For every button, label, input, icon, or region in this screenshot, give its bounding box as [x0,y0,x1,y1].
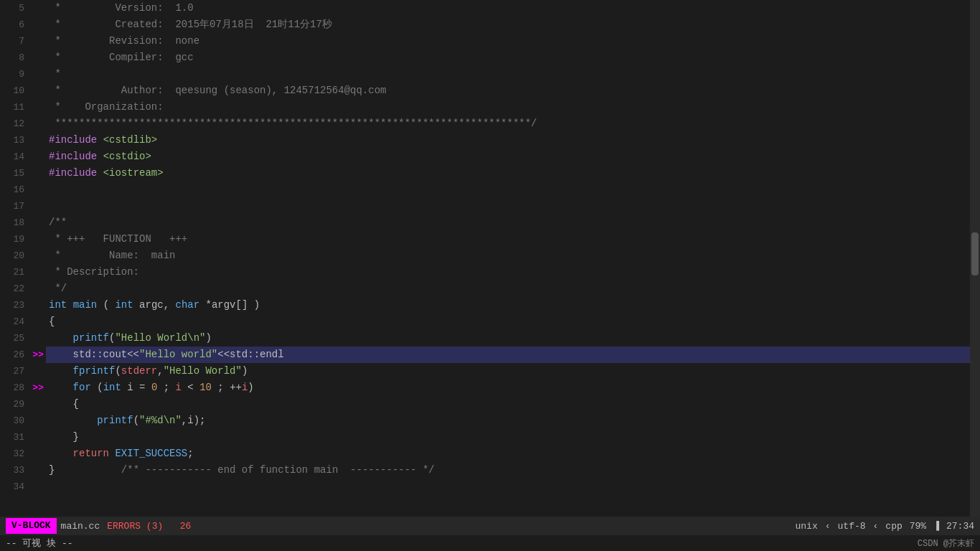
code-line-28: for (int i = 0 ; i < 10 ; ++i) [46,380,970,396]
code-line-22: */ [46,281,970,297]
status-bar: V-BLOCK main.cc ERRORS (3) 26 unix ‹ utf… [0,517,980,535]
code-line-30: printf("#%d\n",i); [46,413,970,429]
arrow-19 [30,231,46,248]
code-line-10: * Author: qeesung (season), 1245712564@q… [46,83,970,99]
arrow-27 [30,363,46,380]
arrow-18 [30,215,46,231]
arrow-5 [30,0,46,17]
line-num-34: 34 [0,479,24,495]
line-num-19: 19 [0,231,24,248]
status-right: unix ‹ utf-8 ‹ cpp 79% ▐ 27:34 [796,521,975,532]
line-num-23: 23 [0,297,24,314]
code-line-7: * Revision: none [46,33,970,50]
code-line-13: #include <cstdlib> [46,132,970,149]
cursor-position: 27:34 [946,521,974,532]
arrow-33 [30,462,46,479]
arrow-23 [30,297,46,314]
arrow-32 [30,446,46,462]
arrow-29 [30,396,46,413]
line-num-17: 17 [0,198,24,215]
code-line-16 [46,182,970,198]
arrow-12 [30,116,46,132]
arrow-11 [30,99,46,116]
code-line-8: * Compiler: gcc [46,50,970,66]
arrow-9 [30,66,46,83]
arrow-17 [30,198,46,215]
arrow-25 [30,330,46,347]
code-line-34 [46,479,970,495]
line-num-6: 6 [0,17,24,33]
code-line-6: * Created: 2015年07月18日 21时11分17秒 [46,17,970,33]
arrow-13 [30,132,46,149]
line-num-32: 32 [0,446,24,462]
code-line-19: * +++ FUNCTION +++ [46,231,970,248]
arrow-15 [30,165,46,182]
code-line-24: { [46,314,970,330]
scrollbar[interactable] [970,0,980,517]
arrow-8 [30,50,46,66]
arrow-30 [30,413,46,429]
branding-text: CSDN @芥末虾 [918,537,974,550]
arrow-34 [30,479,46,495]
code-line-14: #include <cstdio> [46,149,970,165]
code-line-20: * Name: main [46,248,970,264]
error-indicator: ERRORS (3) 26 [107,521,191,532]
code-line-17 [46,198,970,215]
filetype-chevron: ‹ [873,521,879,532]
line-num-9: 9 [0,66,24,83]
line-num-14: 14 [0,149,24,165]
arrow-26: >> [30,347,46,363]
code-line-15: #include <iostream> [46,165,970,182]
arrow-24 [30,314,46,330]
line-num-16: 16 [0,182,24,198]
arrow-28: >> [30,380,46,396]
line-num-30: 30 [0,413,24,429]
code-line-11: * Organization: [46,99,970,116]
editor-area: 5 6 7 8 9 10 11 12 13 14 15 16 17 18 19 … [0,0,980,517]
line-num-26: 26 [0,347,24,363]
arrow-16 [30,182,46,198]
line-num-20: 20 [0,248,24,264]
errors-label: ERRORS [107,521,141,532]
line-num-18: 18 [0,215,24,231]
arrow-gutter: >> >> [30,0,46,517]
line-num-22: 22 [0,281,24,297]
code-line-29: { [46,396,970,413]
encoding-chevron: ‹ [825,521,831,532]
arrow-22 [30,281,46,297]
line-num-24: 24 [0,314,24,330]
code-line-33: } /** ----------- end of function main -… [46,462,970,479]
code-line-25: printf("Hello World\n") [46,330,970,347]
line-num-28: 28 [0,380,24,396]
line-num-15: 15 [0,165,24,182]
line-num-11: 11 [0,99,24,116]
line-num-7: 7 [0,33,24,50]
errors-line: 26 [180,521,192,532]
errors-count: (3) [146,521,163,532]
code-line-5: * Version: 1.0 [46,0,970,17]
line-num-13: 13 [0,132,24,149]
code-line-27: fprintf(stderr,"Hello World") [46,363,970,380]
code-content[interactable]: * Version: 1.0 * Created: 2015年07月18日 21… [46,0,970,517]
code-line-12: ****************************************… [46,116,970,132]
code-line-21: * Description: [46,264,970,281]
line-num-21: 21 [0,264,24,281]
scrollbar-thumb[interactable] [971,232,979,276]
filetype: cpp [885,521,902,532]
code-line-26: std::cout<<"Hello world"<<std::endl [46,347,970,363]
line-num-31: 31 [0,429,24,446]
arrow-21 [30,264,46,281]
arrow-10 [30,83,46,99]
zoom-level: 79% [910,521,926,532]
line-num-5: 5 [0,0,24,17]
code-line-9: * [46,66,970,83]
mode-indicator: V-BLOCK [6,518,57,534]
scroll-icon: ▐ [933,521,939,532]
arrow-6 [30,17,46,33]
bottom-mode-text: -- 可视 块 -- [6,537,73,550]
line-number-gutter: 5 6 7 8 9 10 11 12 13 14 15 16 17 18 19 … [0,0,30,517]
file-name: main.cc [61,521,100,532]
line-num-29: 29 [0,396,24,413]
line-num-12: 12 [0,116,24,132]
code-line-32: return EXIT_SUCCESS; [46,446,970,462]
